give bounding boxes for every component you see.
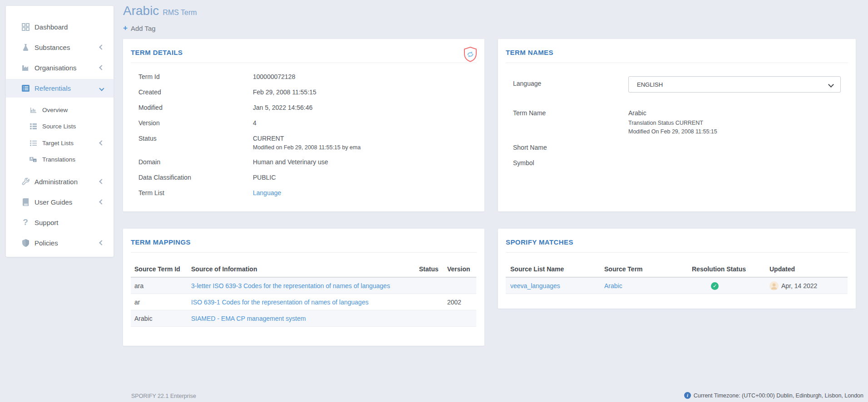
- chevron-left-icon: [99, 240, 104, 245]
- sidebar-item-label: Policies: [35, 239, 58, 247]
- sidebar-item-label: Support: [35, 219, 59, 226]
- plus-icon: +: [123, 24, 128, 33]
- sidebar-item-label: User Guides: [35, 198, 72, 206]
- field-value: Feb 29, 2008 11:55:15: [253, 88, 316, 97]
- language-selected-value: ENGLISH: [637, 80, 663, 89]
- shield-sync-icon[interactable]: [463, 46, 478, 64]
- sidebar-item-policies[interactable]: Policies: [6, 235, 113, 251]
- version-cell: 2002: [446, 299, 476, 306]
- source-term-id-cell: ara: [131, 282, 187, 289]
- field-value: 100000072128: [253, 72, 295, 82]
- chevron-left-icon: [99, 65, 104, 70]
- svg-text:z: z: [34, 159, 35, 162]
- sidebar-item-label: Substances: [35, 44, 70, 51]
- book-icon: [20, 198, 31, 206]
- table-row: veeva_languages Arabic ✓ Apr, 14 2022: [506, 278, 848, 294]
- column-header: Source Term Id: [131, 265, 187, 273]
- translation-status: Translation Status CURRENT: [628, 119, 717, 127]
- add-tag-button[interactable]: + Add Tag: [123, 24, 156, 33]
- page-title: ArabicRMS Term: [123, 4, 197, 18]
- chevron-down-icon: [99, 86, 104, 91]
- timezone-status: i Current Timezone: (UTC+00:00) Dublin, …: [684, 392, 863, 399]
- modified-on: Modified On Feb 29, 2008 11:55:15: [628, 127, 717, 136]
- source-of-information-link[interactable]: ISO 639-1 Codes for the representation o…: [187, 299, 418, 306]
- info-icon: i: [684, 392, 691, 399]
- field-label: Domain: [138, 157, 253, 167]
- field-created: Created Feb 29, 2008 11:55:15: [123, 88, 484, 97]
- timezone-text: Current Timezone: (UTC+00:00) Dublin, Ed…: [694, 392, 863, 399]
- source-of-information-link[interactable]: SIAMED - EMA CP management system: [187, 315, 418, 322]
- sidebar-item-label: Target Lists: [42, 140, 74, 147]
- field-value: CURRENT: [253, 134, 360, 143]
- list-ul-icon: [28, 140, 39, 146]
- sidebar-item-overview[interactable]: Overview: [6, 102, 113, 118]
- updated-date: Apr, 14 2022: [781, 282, 817, 289]
- dashboard-grid-icon: [20, 23, 31, 31]
- sidebar-item-referentials[interactable]: Referentials: [6, 79, 113, 98]
- updated-cell: Apr, 14 2022: [769, 281, 848, 290]
- sidebar-item-support[interactable]: ? Support: [6, 214, 113, 230]
- table-row: Arabic SIAMED - EMA CP management system: [131, 310, 476, 327]
- field-label: Status: [138, 134, 253, 143]
- table-row: ar ISO 639-1 Codes for the representatio…: [131, 294, 476, 310]
- sidebar: Dashboard Substances Organisations Refer…: [6, 6, 113, 257]
- term-list-link[interactable]: Language: [253, 188, 281, 198]
- column-header: Version: [446, 265, 476, 273]
- sidebar-item-user-guides[interactable]: User Guides: [6, 194, 113, 210]
- sidebar-item-source-lists[interactable]: Source Lists: [6, 118, 113, 134]
- language-row: Language ENGLISH: [498, 79, 856, 93]
- symbol-row: Symbol: [498, 158, 856, 168]
- wrench-icon: [20, 178, 31, 186]
- field-subtext: Modified on Feb 29, 2008 11:55:15 by ema: [253, 143, 360, 152]
- term-name-label: Term Name: [513, 108, 628, 118]
- source-term-id-cell: ar: [131, 299, 187, 306]
- divider: [506, 252, 848, 253]
- app-window: Dashboard Substances Organisations Refer…: [0, 0, 868, 402]
- question-icon: ?: [20, 217, 31, 227]
- sidebar-item-label: Organisations: [35, 64, 77, 72]
- field-domain: Domain Human and Veterinary use: [123, 157, 484, 167]
- short-name-label: Short Name: [513, 143, 628, 152]
- chevron-left-icon: [99, 179, 104, 184]
- term-mappings-card: TERM MAPPINGS Source Term Id Source of I…: [123, 229, 484, 346]
- term-details-card: TERM DETAILS Term Id 100000072128 Create…: [123, 39, 484, 211]
- sporify-matches-card: SPORIFY MATCHES Source List Name Source …: [498, 229, 856, 309]
- language-icon: Az: [28, 157, 39, 162]
- sidebar-item-organisations[interactable]: Organisations: [6, 59, 113, 76]
- divider: [131, 252, 477, 253]
- resolved-check-icon: ✓: [711, 282, 719, 290]
- sidebar-item-translations[interactable]: Az Translations: [6, 151, 113, 167]
- field-value-group: CURRENT Modified on Feb 29, 2008 11:55:1…: [253, 134, 360, 152]
- field-label: Version: [138, 118, 253, 128]
- language-select[interactable]: ENGLISH: [628, 76, 841, 93]
- sidebar-item-dashboard[interactable]: Dashboard: [6, 19, 113, 35]
- source-term-link[interactable]: Arabic: [604, 282, 692, 289]
- add-tag-label: Add Tag: [131, 25, 156, 32]
- table-row: ara 3-letter ISO 639-3 Codes for the rep…: [131, 278, 476, 294]
- sidebar-item-target-lists[interactable]: Target Lists: [6, 135, 113, 151]
- chevron-left-icon: [99, 199, 104, 204]
- sidebar-item-substances[interactable]: Substances: [6, 39, 113, 55]
- svg-text:A: A: [30, 157, 33, 160]
- list-alt-icon: [20, 85, 31, 92]
- field-value: Human and Veterinary use: [253, 157, 328, 167]
- industry-icon: [20, 64, 31, 71]
- term-name-value: Arabic: [628, 108, 717, 118]
- term-type-badge: RMS Term: [163, 9, 197, 16]
- column-header: Status: [418, 265, 446, 273]
- source-of-information-link[interactable]: 3-letter ISO 639-3 Codes for the represe…: [187, 282, 418, 289]
- bar-chart-icon: [28, 107, 39, 113]
- field-value: 4: [253, 118, 256, 128]
- sidebar-item-administration[interactable]: Administration: [6, 173, 113, 190]
- column-header: Resolution Status: [692, 265, 769, 273]
- field-term-list: Term List Language: [123, 188, 484, 198]
- flask-icon: [20, 44, 31, 51]
- source-list-link[interactable]: veeva_languages: [506, 282, 604, 289]
- term-mappings-heading: TERM MAPPINGS: [123, 229, 484, 246]
- column-header: Source of Information: [187, 265, 418, 273]
- field-modified: Modified Jan 5, 2022 14:56:46: [123, 103, 484, 113]
- field-status: Status CURRENT Modified on Feb 29, 2008 …: [123, 134, 484, 152]
- term-name-value-group: Arabic Translation Status CURRENT Modifi…: [628, 108, 717, 136]
- term-names-heading: TERM NAMES: [498, 39, 856, 56]
- source-term-id-cell: Arabic: [131, 315, 187, 322]
